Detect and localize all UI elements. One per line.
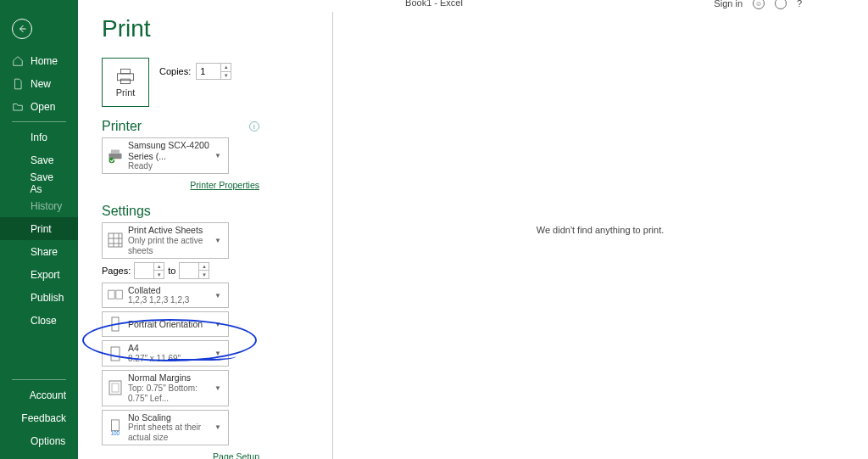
svg-rect-11 [108, 290, 115, 299]
back-button[interactable] [12, 19, 32, 39]
chevron-down-icon: ▼ [211, 321, 225, 328]
chevron-up-icon[interactable]: ▲ [221, 64, 231, 72]
printer-status: Ready [128, 161, 211, 171]
dropdown-subtitle: 1,2,3 1,2,3 1,2,3 [128, 295, 211, 305]
printer-dropdown[interactable]: Samsung SCX-4200 Series (... Ready ▼ [102, 137, 229, 174]
home-icon [12, 55, 24, 67]
vertical-divider [332, 12, 333, 459]
svg-rect-4 [111, 149, 120, 153]
chevron-down-icon[interactable]: ▼ [199, 271, 209, 278]
sidebar-item-history[interactable]: History [0, 194, 78, 217]
sidebar-item-options[interactable]: Options [0, 429, 78, 452]
svg-rect-1 [121, 69, 131, 74]
scaling-icon: 100 [106, 418, 125, 437]
sidebar-item-home[interactable]: Home [0, 49, 78, 72]
print-button-label: Print [116, 87, 136, 98]
dropdown-title: Print Active Sheets [128, 225, 211, 236]
printer-status-icon [106, 147, 125, 165]
sidebar-item-print[interactable]: Print [0, 217, 78, 240]
printer-heading: Printer [102, 119, 142, 134]
backstage-sidebar: Home New Open Info Save Save As History … [0, 0, 78, 459]
sidebar-item-label: Publish [31, 292, 64, 304]
svg-rect-2 [121, 79, 131, 83]
chevron-down-icon[interactable]: ▼ [154, 271, 164, 278]
portrait-icon [106, 315, 125, 333]
sidebar-item-publish[interactable]: Publish [0, 286, 78, 309]
document-icon [12, 78, 24, 90]
margins-icon [106, 378, 125, 397]
info-icon[interactable]: i [249, 121, 259, 132]
scaling-dropdown[interactable]: 100 No Scaling Print sheets at their act… [102, 410, 229, 446]
folder-open-icon [12, 101, 24, 113]
collate-icon [106, 286, 125, 305]
chevron-up-icon[interactable]: ▲ [199, 263, 209, 271]
chevron-down-icon: ▼ [211, 292, 225, 299]
sidebar-item-label: Print [31, 223, 52, 235]
dropdown-subtitle: Top: 0.75" Bottom: 0.75" Lef... [128, 383, 211, 404]
print-backstage: Print Print Copies: ▲▼ Printer i [78, 0, 868, 459]
svg-text:100: 100 [111, 430, 120, 436]
chevron-down-icon: ▼ [211, 152, 225, 160]
dropdown-title: Collated [128, 285, 211, 296]
margins-dropdown[interactable]: Normal Margins Top: 0.75" Bottom: 0.75" … [102, 370, 229, 406]
sidebar-item-export[interactable]: Export [0, 263, 78, 286]
sidebar-item-label: Info [31, 132, 47, 143]
paper-size-dropdown[interactable]: A4 8.27" x 11.69" ▼ [102, 340, 229, 367]
printer-properties-link[interactable]: Printer Properties [190, 180, 259, 190]
chevron-down-icon: ▼ [211, 237, 225, 244]
dropdown-title: No Scaling [128, 412, 211, 423]
sidebar-item-feedback[interactable]: Feedback [0, 406, 78, 429]
printer-name: Samsung SCX-4200 Series (... [128, 140, 211, 161]
sidebar-item-share[interactable]: Share [0, 240, 78, 263]
dropdown-subtitle: Only print the active sheets [128, 236, 211, 256]
sidebar-item-label: Share [31, 246, 58, 258]
page-icon [106, 344, 125, 363]
dropdown-subtitle: Print sheets at their actual size [128, 423, 211, 443]
sidebar-item-saveas[interactable]: Save As [0, 171, 78, 194]
sidebar-item-save[interactable]: Save [0, 148, 78, 171]
print-what-dropdown[interactable]: Print Active Sheets Only print the activ… [102, 222, 229, 259]
pages-to-label: to [168, 266, 175, 276]
svg-rect-16 [112, 383, 119, 392]
pages-from-input[interactable] [135, 263, 153, 278]
chevron-up-icon[interactable]: ▲ [154, 263, 164, 271]
page-title: Print [102, 15, 259, 42]
grid-icon [106, 231, 125, 249]
copies-spinner[interactable]: ▲▼ [196, 63, 231, 80]
sidebar-item-open[interactable]: Open [0, 95, 78, 118]
sidebar-item-info[interactable]: Info [0, 126, 78, 148]
svg-rect-12 [116, 290, 123, 299]
sidebar-item-close[interactable]: Close [0, 309, 78, 332]
dropdown-title: A4 [128, 343, 211, 354]
svg-rect-13 [112, 317, 119, 331]
pages-to-input[interactable] [180, 263, 198, 278]
sidebar-item-new[interactable]: New [0, 72, 78, 95]
chevron-down-icon: ▼ [211, 350, 225, 357]
sidebar-item-label: Open [31, 101, 55, 113]
chevron-down-icon: ▼ [211, 423, 225, 431]
collation-dropdown[interactable]: Collated 1,2,3 1,2,3 1,2,3 ▼ [102, 283, 229, 309]
page-setup-link[interactable]: Page Setup [213, 451, 259, 459]
pages-to-spinner[interactable]: ▲▼ [179, 262, 209, 279]
copies-label: Copies: [159, 66, 191, 76]
sidebar-item-account[interactable]: Account [0, 383, 78, 406]
sidebar-item-label: History [31, 200, 62, 212]
preview-empty-message: We didn't find anything to print. [332, 225, 868, 235]
chevron-down-icon[interactable]: ▼ [221, 72, 231, 80]
svg-rect-14 [111, 347, 120, 361]
pages-from-spinner[interactable]: ▲▼ [134, 262, 164, 279]
sidebar-item-label: Export [31, 269, 60, 281]
svg-rect-6 [108, 233, 122, 247]
chevron-down-icon: ▼ [211, 384, 225, 392]
sidebar-item-label: Home [31, 55, 58, 67]
dropdown-subtitle: 8.27" x 11.69" [128, 354, 211, 364]
print-button[interactable]: Print [102, 58, 149, 107]
svg-rect-17 [111, 420, 119, 431]
svg-rect-15 [109, 381, 121, 395]
orientation-dropdown[interactable]: Portrait Orientation ▼ [102, 311, 229, 337]
copies-input[interactable] [197, 64, 220, 79]
pages-label: Pages: [102, 266, 131, 276]
sidebar-item-label: Options [31, 435, 65, 447]
sidebar-item-label: Save [31, 154, 53, 166]
settings-heading: Settings [102, 204, 151, 219]
